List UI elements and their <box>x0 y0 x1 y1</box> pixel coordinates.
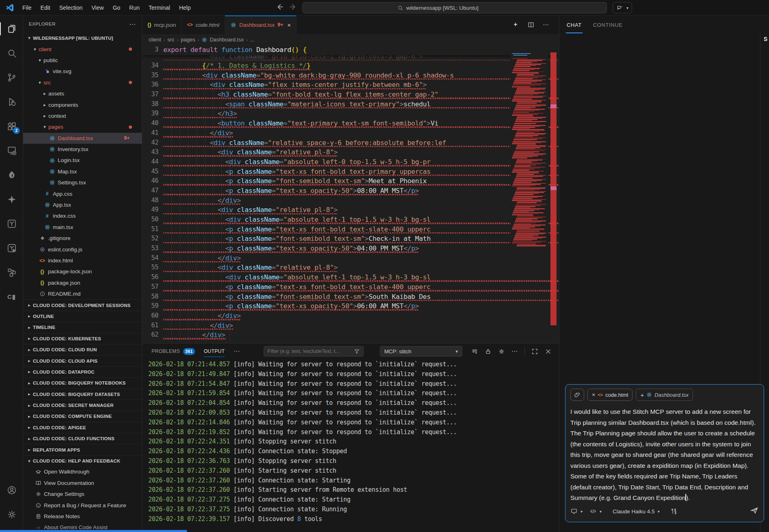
section-timeline[interactable]: ▸TIMELINE <box>23 322 142 333</box>
file-dashboard-tsx[interactable]: Dashboard.tsx9+ <box>23 133 142 144</box>
section-replatform-apps[interactable]: ▸REPLATFORM APPS <box>23 444 142 455</box>
section-cloud-code-cloud-apis[interactable]: ▸CLOUD CODE: CLOUD APIS <box>23 355 142 366</box>
section-cloud-code-bigquery-datasets[interactable]: ▸CLOUD CODE: BIGQUERY DATASETS <box>23 389 142 400</box>
search-input[interactable] <box>406 5 512 11</box>
code-line-47[interactable]: 47 <p className="text-xs opacity-50">08:… <box>142 186 559 196</box>
action-open-walkthrough[interactable]: Open Walkthrough <box>23 466 142 477</box>
section-cloud-code-dataproc[interactable]: ▸CLOUD CODE: DATAPROC <box>23 366 142 377</box>
activity-run-debug[interactable] <box>0 92 23 112</box>
command-center-search[interactable] <box>302 2 607 13</box>
gear-icon[interactable] <box>498 348 505 355</box>
menu-selection[interactable]: Selection <box>55 2 87 13</box>
breadcrumb-item[interactable]: ... <box>250 37 255 43</box>
file-inventory-tsx[interactable]: Inventory.tsx <box>23 144 142 155</box>
section-cloud-code-apigee[interactable]: ▸CLOUD CODE: APIGEE <box>23 422 142 433</box>
code-line-34[interactable]: 34 {/* 1. Dates & Logistics */} <box>142 61 559 71</box>
close-panel-icon[interactable] <box>545 348 552 355</box>
output-channel-select[interactable]: MCP: stitch ▾ <box>380 346 462 357</box>
explorer-more-actions-icon[interactable]: ⋯ <box>129 20 136 28</box>
code-line-35[interactable]: 35 <div className="bg-white dark:bg-gray… <box>142 71 559 80</box>
file-readme-md[interactable]: README.md <box>23 288 142 299</box>
chat-tab-continue[interactable]: CONTINUE <box>593 22 623 33</box>
chevron-down-icon[interactable]: ▾ <box>600 509 602 514</box>
action-change-settings[interactable]: Change Settings <box>23 489 142 500</box>
breadcrumb-item[interactable]: pages <box>181 37 195 43</box>
activity-sparkle[interactable] <box>0 189 23 210</box>
split-editor-icon[interactable] <box>527 21 535 28</box>
section-cloud-code-development-sessions[interactable]: ▸CLOUD CODE: DEVELOPMENT SESSIONS <box>23 299 142 310</box>
section-cloud-code-cloud-run[interactable]: ▸CLOUD CODE: CLOUD RUN <box>23 344 142 355</box>
panel-tab-problems[interactable]: PROBLEMS361 <box>152 344 195 359</box>
action-release-notes[interactable]: Release Notes <box>23 511 142 522</box>
menu-view[interactable]: View <box>87 2 108 13</box>
code-context-icon[interactable] <box>589 508 597 515</box>
section-cloud-code-kubernetes[interactable]: ▸CLOUD CODE: KUBERNETES <box>23 333 142 344</box>
maximize-panel-icon[interactable] <box>531 348 538 355</box>
folder-components[interactable]: ▸components <box>23 99 142 110</box>
code-line-40[interactable]: 40 <button className="text-primary text-… <box>142 119 559 128</box>
section-outline[interactable]: ▸OUTLINE <box>23 311 142 322</box>
overview-ruler[interactable] <box>550 52 557 325</box>
output-filter[interactable] <box>264 346 364 357</box>
back-arrow-icon[interactable] <box>275 2 284 11</box>
code-line-3[interactable]: 3export default function Dashboard() { <box>142 45 559 55</box>
remove-chip-icon[interactable]: × <box>592 391 595 398</box>
code-line-38[interactable]: 38 <span className="material-icons text-… <box>142 99 559 109</box>
code-line-36[interactable]: 36 <div className="flex items-center jus… <box>142 80 559 90</box>
file-settings-tsx[interactable]: Settings.tsx <box>23 177 142 188</box>
code-line-53[interactable]: 53 <p className="text-xs opacity-50">04:… <box>142 244 559 253</box>
code-line-43[interactable]: 43 <div className="relative pl-8"> <box>142 147 559 157</box>
tab-code-html[interactable]: <>code.html <box>182 15 225 34</box>
chat-tab-chat[interactable]: CHAT <box>567 22 582 33</box>
activity-source-control[interactable] <box>0 67 23 88</box>
code-line-48[interactable]: 48 </div> <box>142 196 559 205</box>
code-line-45[interactable]: 45 <p className="text-xs font-bold text-… <box>142 167 559 177</box>
file-package-lock-json[interactable]: {}package-lock.json <box>23 266 142 277</box>
tab-dashboard-tsx[interactable]: Dashboard.tsx9+× <box>225 15 297 34</box>
chevron-down-icon[interactable]: ▾ <box>581 509 583 514</box>
code-line-59[interactable]: 59 <p className="text-xs opacity-50">06:… <box>142 301 559 311</box>
file-index-html[interactable]: <>index.html <box>23 255 142 266</box>
attach-context-button[interactable] <box>570 389 584 401</box>
auto-scroll-icon[interactable] <box>471 348 478 355</box>
action-report-a-bug-request-a-feature[interactable]: Report a Bug / Request a Feature <box>23 500 142 510</box>
folder-client[interactable]: ▾client <box>23 43 142 54</box>
file-package-json[interactable]: {}package.json <box>23 277 142 288</box>
minimap[interactable] <box>510 52 548 248</box>
panel-more-actions-icon[interactable]: ⋯ <box>511 348 518 355</box>
file-eslint-config-js[interactable]: eslint.config.js <box>23 244 142 255</box>
section-cloud-code-compute-engine[interactable]: ▸CLOUD CODE: COMPUTE ENGINE <box>23 411 142 422</box>
section-cloud-code-bigquery-notebooks[interactable]: ▸CLOUD CODE: BIGQUERY NOTEBOOKS <box>23 377 142 388</box>
breadcrumb-item[interactable]: Dashboard.tsx <box>210 37 244 43</box>
add-chip-icon[interactable]: + <box>640 391 644 398</box>
activity-settings-gear[interactable] <box>0 504 23 525</box>
sparkle-icon[interactable] <box>512 21 519 28</box>
file-login-tsx[interactable]: Login.tsx <box>23 155 142 166</box>
code-line-50[interactable]: 50 <div className="absolute left-1 top-1… <box>142 215 559 225</box>
code-line-37[interactable]: 37 <h3 className="font-bold text-lg flex… <box>142 90 559 99</box>
menu-edit[interactable]: Edit <box>36 2 55 13</box>
breadcrumb[interactable]: client›src›pages›Dashboard.tsx›... <box>142 34 559 45</box>
context-chip-dashboard-tsx[interactable]: +Dashboard.tsx <box>636 389 693 401</box>
action-view-documentation[interactable]: View Documentation <box>23 478 142 489</box>
copilot-menu[interactable]: ▾ <box>613 2 632 13</box>
activity-infra-manager[interactable] <box>0 262 23 283</box>
file-main-tsx[interactable]: main.tsx <box>23 222 142 233</box>
code-line-52[interactable]: 52 <p className="font-semibold text-sm">… <box>142 234 559 244</box>
folder-public[interactable]: ▾public <box>23 55 142 66</box>
output-filter-input[interactable] <box>267 348 354 354</box>
file-map-tsx[interactable]: Map.tsx <box>23 166 142 177</box>
section-cloud-code-cloud-functions[interactable]: ▸CLOUD CODE: CLOUD FUNCTIONS <box>23 433 142 444</box>
code-editor[interactable]: 3export default function Dashboard() { <… <box>142 45 559 359</box>
send-button[interactable] <box>750 506 759 517</box>
tools-icon[interactable] <box>670 508 677 515</box>
code-line-x[interactable]: <div className="grid grid-cols-1 lg:grid… <box>142 55 559 61</box>
menu-help[interactable]: Help <box>175 2 195 13</box>
activity-extensions[interactable]: 2 <box>0 116 23 136</box>
menu-file[interactable]: File <box>18 2 36 13</box>
folder-src[interactable]: ▾src <box>23 77 142 88</box>
file-app-css[interactable]: #App.css <box>23 188 142 199</box>
more-actions-icon[interactable]: ⋯ <box>543 21 549 28</box>
code-line-46[interactable]: 46 <p className="font-semibold text-sm">… <box>142 176 559 186</box>
file--gitignore[interactable]: .gitignore <box>23 233 142 244</box>
